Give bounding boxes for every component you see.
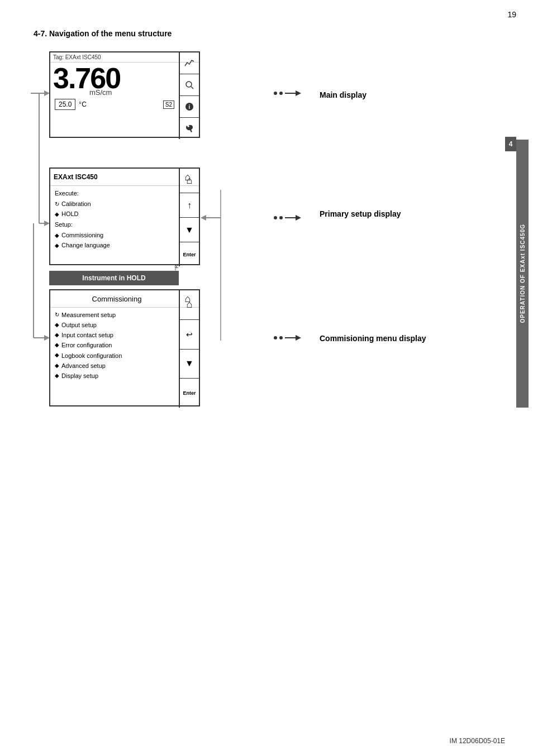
btn-enter-p[interactable]: Enter [180,242,199,266]
main-display-label-text: Main display [320,90,367,99]
primary-menu-content: Execute: ↻Calibration ◆HOLD Setup: ◆Comm… [50,186,199,253]
btn-search[interactable] [180,74,199,96]
commissioning-title: Commissioning [54,295,180,303]
commissioning-display-label-text: Commisioning menu display [320,334,426,343]
commissioning-display-panel: Commissioning ⌂ ↻Measurement setup ◆Outp… [49,289,200,406]
main-display-label: Main display [320,90,367,99]
temperature-box: 25.0 [55,99,75,110]
advanced-setup-item: ◆Advanced setup [55,361,194,371]
display-setup-item: ◆Display setup [55,371,194,381]
change-language-item: ◆Change language [55,240,194,251]
btn-home-c[interactable]: ⌂ [180,290,199,320]
primary-side-buttons: ⌂ ↑ ▼ Enter [179,169,199,266]
btn-enter-c[interactable]: Enter [180,379,199,408]
logbook-config-item: ◆Logbook configuration [55,351,194,361]
main-display-panel: Tag: EXAxt ISC450 3.760 mS/cm 25.0 °C S2… [49,51,200,138]
footer: IM 12D06D05-01E [450,737,505,745]
svg-point-15 [274,216,277,219]
primary-display-panel: EXAxt ISC450 ⌂ Execute: ↻Calibration ◆HO… [49,168,200,265]
section-title: 4-7. Navigation of the menu structure [34,29,172,38]
btn-chart[interactable] [180,52,199,74]
input-contact-item: ◆Input contact setup [55,330,194,340]
page-number: 19 [507,10,516,19]
primary-title: EXAxt ISC450 [54,173,98,181]
svg-line-24 [191,87,193,89]
btn-wrench[interactable] [180,118,199,139]
operation-sidebar: OPERATION OF EXAxt ISC450G [516,140,529,408]
commissioning-menu-content: ↻Measurement setup ◆Output setup ◆Input … [50,308,199,383]
tab-number: 4 [505,137,516,151]
commissioning-side-buttons: ⌂ ↩ ▼ Enter [179,290,199,408]
output-setup-item: ◆Output setup [55,320,194,330]
btn-home-p[interactable]: ⌂ [180,169,199,193]
primary-display-label-text: Primary setup display [320,209,401,218]
error-config-item: ◆Error configuration [55,340,194,350]
btn-down-p[interactable]: ▼ [180,218,199,242]
primary-display-label: Primary setup display [320,209,401,218]
svg-text:i: i [189,104,191,110]
svg-marker-18 [296,215,301,221]
svg-point-16 [279,216,283,219]
setup-label: Setup: [55,219,194,230]
svg-marker-9 [201,215,206,221]
svg-point-12 [279,92,283,95]
btn-down-c[interactable]: ▼ [180,350,199,379]
hold-item: ◆HOLD [55,209,194,219]
tag-line: Tag: EXAxt ISC450 [50,52,199,63]
execute-label: Execute: [55,188,194,199]
temp-unit: °C [79,101,86,108]
hold-banner: Instrument in HOLD [49,271,179,285]
sidebar-label: OPERATION OF EXAxt ISC450G [520,224,526,323]
svg-point-19 [274,336,277,339]
measurement-setup-item: ↻Measurement setup [55,310,194,320]
svg-point-11 [274,92,277,95]
svg-marker-14 [296,90,301,96]
svg-point-20 [279,336,283,339]
btn-back-p[interactable]: ↑ [180,193,199,218]
calibration-item: ↻Calibration [55,199,194,209]
commissioning-display-label: Commisioning menu display [320,334,426,343]
btn-info[interactable]: i [180,96,199,118]
svg-point-23 [186,82,192,87]
main-side-buttons: i [179,52,199,139]
btn-back-c[interactable]: ↩ [180,320,199,350]
commissioning-item: ◆Commissioning [55,230,194,241]
svg-marker-22 [296,335,301,341]
s2-badge: S2 [163,101,174,109]
